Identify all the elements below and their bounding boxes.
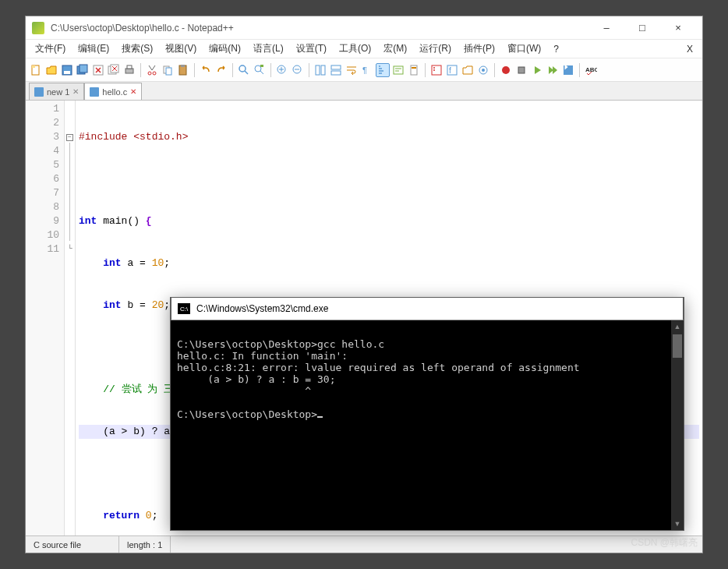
spellcheck-icon[interactable]: ABC — [584, 63, 598, 77]
window-title: C:\Users\octop\Desktop\hello.c - Notepad… — [51, 23, 588, 34]
stop-macro-icon[interactable] — [514, 63, 528, 77]
statusbar: C source file length : 1 — [26, 535, 702, 553]
svg-rect-10 — [127, 65, 132, 69]
svg-rect-14 — [166, 68, 171, 75]
fold-toggle-icon[interactable]: − — [66, 134, 73, 141]
menu-file[interactable]: 文件(F) — [29, 40, 72, 58]
svg-rect-38 — [518, 67, 525, 73]
wrap-icon[interactable] — [345, 63, 359, 77]
play-multi-icon[interactable] — [546, 63, 560, 77]
user-lang-icon[interactable] — [391, 63, 405, 77]
menu-window[interactable]: 窗口(W) — [501, 40, 547, 58]
cut-icon[interactable] — [145, 63, 159, 77]
menu-encoding[interactable]: 编码(N) — [203, 40, 247, 58]
scroll-up-icon[interactable]: ▲ — [671, 320, 684, 333]
print-icon[interactable] — [122, 63, 136, 77]
close-button[interactable]: × — [660, 16, 696, 40]
record-macro-icon[interactable] — [499, 63, 513, 77]
doc-map-icon[interactable] — [407, 63, 421, 77]
svg-point-32 — [433, 69, 435, 71]
cmd-output[interactable]: C:\Users\octop\Desktop>gcc hello.c hello… — [171, 320, 684, 530]
line-number-gutter: 1 2 3 4 5 6 7 8 9 10 11 — [26, 101, 65, 535]
close-file-icon[interactable] — [91, 63, 105, 77]
doc-list-icon[interactable] — [429, 63, 444, 77]
svg-rect-23 — [321, 65, 325, 75]
menu-view[interactable]: 视图(V) — [159, 40, 203, 58]
svg-point-17 — [239, 65, 246, 72]
tab-close-icon[interactable]: ✕ — [72, 87, 79, 96]
menu-run[interactable]: 运行(R) — [413, 40, 458, 58]
find-icon[interactable] — [237, 63, 251, 77]
menu-language[interactable]: 语言(L) — [247, 40, 290, 58]
monitor-icon[interactable] — [476, 63, 490, 77]
indent-guide-icon[interactable] — [376, 63, 390, 77]
paste-icon[interactable] — [176, 63, 190, 77]
tab-label: new 1 — [47, 87, 69, 97]
menu-plugins[interactable]: 插件(P) — [458, 40, 501, 58]
cmd-cursor — [317, 416, 323, 418]
save-icon[interactable] — [60, 63, 74, 77]
cmd-title-text: C:\Windows\System32\cmd.exe — [196, 303, 677, 314]
menu-help[interactable]: ? — [547, 41, 565, 57]
play-macro-icon[interactable] — [530, 63, 544, 77]
tab-label: hello.c — [102, 87, 127, 97]
folder-icon[interactable] — [461, 63, 475, 77]
tab-close-icon[interactable]: ✕ — [130, 87, 136, 96]
menu-search[interactable]: 搜索(S) — [115, 40, 159, 58]
status-length: length : 1 — [119, 536, 171, 553]
svg-point-18 — [255, 65, 261, 72]
menu-settings[interactable]: 设置(T) — [290, 40, 333, 58]
sync-v-icon[interactable] — [313, 63, 327, 77]
app-icon — [32, 22, 44, 34]
copy-icon[interactable] — [161, 63, 175, 77]
save-macro-icon[interactable] — [561, 63, 575, 77]
tab-file-icon — [90, 87, 99, 97]
show-all-chars-icon[interactable]: ¶ — [360, 63, 374, 77]
cmd-window: C:\ C:\Windows\System32\cmd.exe C:\Users… — [170, 297, 684, 531]
function-list-icon[interactable]: f — [445, 63, 459, 77]
svg-rect-29 — [412, 67, 416, 69]
scroll-down-icon[interactable]: ▼ — [671, 518, 684, 530]
menu-edit[interactable]: 编辑(E) — [72, 40, 115, 58]
menu-tools[interactable]: 工具(O) — [333, 40, 377, 58]
toolbar: ¶ f ABC — [26, 58, 702, 82]
svg-point-31 — [433, 67, 435, 69]
new-file-icon[interactable] — [29, 63, 43, 77]
svg-rect-28 — [411, 65, 417, 75]
tab-hello-c[interactable]: hello.c ✕ — [84, 83, 142, 100]
svg-point-12 — [153, 72, 156, 75]
cmd-scrollbar[interactable]: ▲ ▼ — [671, 320, 684, 530]
svg-point-36 — [482, 69, 485, 72]
titlebar: C:\Users\octop\Desktop\hello.c - Notepad… — [26, 16, 702, 40]
svg-rect-5 — [80, 65, 87, 72]
svg-rect-3 — [64, 71, 70, 74]
tab-new-1[interactable]: new 1 ✕ — [29, 83, 84, 100]
svg-rect-25 — [331, 71, 341, 75]
sync-h-icon[interactable] — [329, 63, 343, 77]
svg-rect-24 — [331, 65, 341, 69]
svg-rect-16 — [181, 65, 185, 67]
close-all-icon[interactable] — [107, 63, 121, 77]
svg-rect-22 — [316, 65, 320, 75]
cmd-titlebar[interactable]: C:\ C:\Windows\System32\cmd.exe — [171, 297, 684, 320]
save-all-icon[interactable] — [76, 63, 90, 77]
fold-column: − └ — [65, 101, 76, 535]
svg-rect-19 — [260, 65, 263, 67]
svg-point-11 — [148, 72, 151, 75]
svg-rect-27 — [394, 66, 403, 74]
cmd-icon: C:\ — [178, 303, 190, 314]
menu-macro[interactable]: 宏(M) — [377, 40, 413, 58]
scroll-thumb[interactable] — [673, 334, 682, 358]
tab-file-icon — [34, 87, 44, 97]
redo-icon[interactable] — [214, 63, 228, 77]
replace-icon[interactable] — [253, 63, 267, 77]
maximize-button[interactable]: □ — [624, 16, 660, 40]
svg-rect-9 — [125, 69, 133, 73]
zoom-in-icon[interactable] — [275, 63, 289, 77]
status-filetype: C source file — [26, 536, 119, 553]
undo-icon[interactable] — [199, 63, 213, 77]
zoom-out-icon[interactable] — [291, 63, 305, 77]
open-file-icon[interactable] — [44, 63, 58, 77]
minimize-button[interactable]: – — [588, 16, 624, 40]
secondary-close-button[interactable]: X — [680, 41, 699, 57]
